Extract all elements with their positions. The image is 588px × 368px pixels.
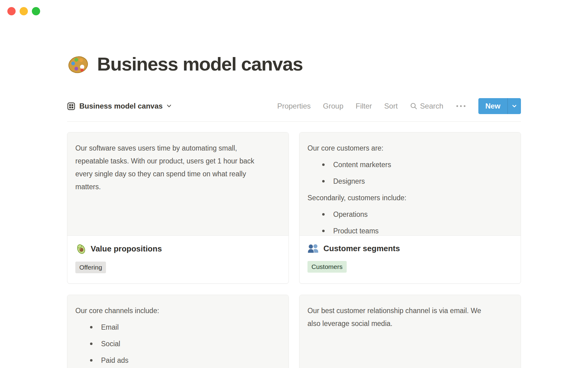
- window-controls: [7, 7, 40, 15]
- page-title-row: Business model canvas: [67, 52, 521, 75]
- gallery-grid: Our software saves users time by automat…: [67, 132, 521, 368]
- minimize-window-button[interactable]: [20, 7, 28, 15]
- gallery-card[interactable]: Our core channels include:EmailSocialPai…: [67, 295, 289, 368]
- gallery-card[interactable]: Our software saves users time by automat…: [67, 132, 289, 284]
- card-tag[interactable]: Offering: [75, 262, 106, 273]
- bullet-icon: [90, 343, 92, 345]
- card-preview: Our best customer relationship channel i…: [300, 295, 521, 368]
- busts-in-silhouette-emoji-icon: [307, 243, 319, 254]
- preview-bullet-item: Email: [75, 321, 281, 334]
- filter-button[interactable]: Filter: [356, 102, 372, 110]
- preview-paragraph: Our software saves users time by automat…: [75, 142, 281, 193]
- preview-bullet-item: Operations: [307, 208, 513, 221]
- preview-paragraph: Our best customer relationship channel i…: [307, 304, 513, 330]
- card-tag[interactable]: Customers: [307, 261, 347, 273]
- zoom-window-button[interactable]: [32, 7, 40, 15]
- preview-bullet-item: Social: [75, 337, 281, 350]
- toolbar-actions: Properties Group Filter Sort Search: [277, 98, 521, 114]
- search-icon: [410, 102, 417, 110]
- close-window-button[interactable]: [7, 7, 16, 15]
- preview-bullet-item: Designers: [307, 175, 513, 188]
- bullet-icon: [90, 359, 92, 362]
- bullet-icon: [322, 163, 325, 166]
- card-preview: Our core channels include:EmailSocialPai…: [67, 295, 288, 368]
- ellipsis-icon: [456, 105, 466, 108]
- gallery-card[interactable]: Our core customers are:Content marketers…: [299, 132, 521, 284]
- page-content: Business model canvas Business model can…: [67, 0, 521, 368]
- avocado-emoji-icon: [75, 243, 86, 254]
- card-preview: Our core customers are:Content marketers…: [300, 132, 521, 236]
- toolbar-divider: [67, 121, 521, 122]
- card-footer: Value propositions Offering: [67, 236, 288, 273]
- preview-bullet-item: Paid ads: [75, 354, 281, 367]
- new-button-dropdown[interactable]: [507, 98, 521, 114]
- palette-emoji-icon: [67, 53, 89, 75]
- gallery-card[interactable]: Our best customer relationship channel i…: [299, 295, 521, 368]
- preview-paragraph: Our core customers are:: [307, 142, 513, 155]
- chevron-down-icon: [167, 104, 172, 108]
- chevron-down-icon: [512, 105, 517, 108]
- view-switcher[interactable]: Business model canvas: [67, 102, 172, 110]
- bullet-icon: [322, 230, 325, 232]
- bullet-icon: [90, 326, 92, 328]
- properties-button[interactable]: Properties: [277, 102, 311, 110]
- card-footer: Customer segments Customers: [300, 236, 521, 273]
- card-title: Customer segments: [323, 244, 400, 253]
- database-toolbar: Business model canvas Properties Group F…: [67, 98, 521, 114]
- bullet-icon: [322, 180, 325, 182]
- view-name: Business model canvas: [79, 102, 163, 110]
- preview-bullet-item: Content marketers: [307, 158, 513, 171]
- group-button[interactable]: Group: [323, 102, 344, 110]
- preview-paragraph: Secondarily, customers include:: [307, 191, 513, 204]
- new-split-button: New: [478, 98, 521, 114]
- preview-paragraph: Our core channels include:: [75, 304, 281, 317]
- more-options-button[interactable]: [456, 105, 466, 108]
- preview-bullet-item: Product teams: [307, 224, 513, 236]
- new-button[interactable]: New: [478, 98, 507, 114]
- card-preview: Our software saves users time by automat…: [67, 132, 288, 236]
- search-button[interactable]: Search: [410, 102, 443, 110]
- page-title: Business model canvas: [97, 53, 303, 75]
- card-title: Value propositions: [91, 244, 162, 254]
- sort-button[interactable]: Sort: [384, 102, 398, 110]
- gallery-view-icon: [67, 102, 75, 110]
- search-label: Search: [420, 102, 443, 110]
- bullet-icon: [322, 213, 325, 216]
